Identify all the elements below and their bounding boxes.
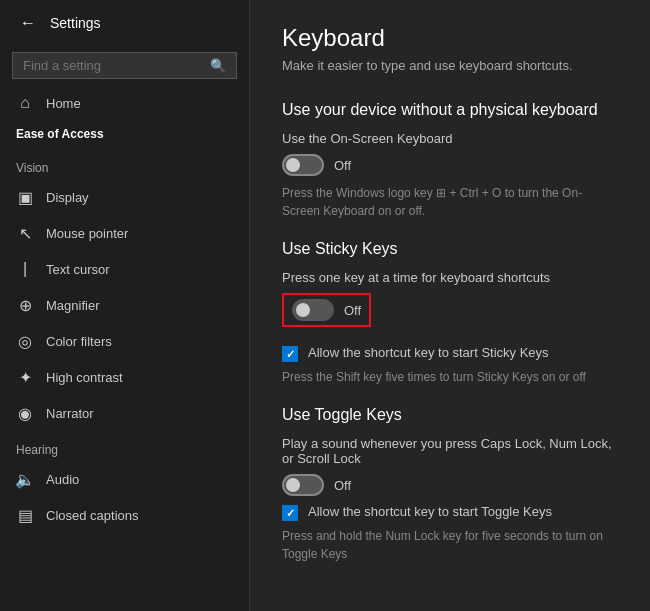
- narrator-label: Narrator: [46, 406, 94, 421]
- display-icon: ▣: [16, 188, 34, 206]
- sidebar-item-closed-captions[interactable]: ▤ Closed captions: [0, 497, 249, 533]
- sidebar-item-home[interactable]: ⌂ Home: [0, 85, 249, 121]
- mouse-pointer-label: Mouse pointer: [46, 226, 128, 241]
- home-icon: ⌂: [16, 94, 34, 112]
- toggle-keys-section: Use Toggle Keys Play a sound whenever yo…: [282, 406, 618, 563]
- on-screen-keyboard-toggle-label: Off: [334, 158, 351, 173]
- magnifier-label: Magnifier: [46, 298, 99, 313]
- high-contrast-label: High contrast: [46, 370, 123, 385]
- sidebar-item-audio[interactable]: 🔈 Audio: [0, 461, 249, 497]
- toggle-keys-checkbox-row: Allow the shortcut key to start Toggle K…: [282, 504, 618, 521]
- color-filters-label: Color filters: [46, 334, 112, 349]
- toggle-keys-toggle-row: Off: [282, 474, 618, 496]
- toggle-keys-checkbox-label: Allow the shortcut key to start Toggle K…: [308, 504, 552, 519]
- sidebar-item-color-filters[interactable]: ◎ Color filters: [0, 323, 249, 359]
- main-content: Keyboard Make it easier to type and use …: [250, 0, 650, 611]
- sticky-keys-hint: Press the Shift key five times to turn S…: [282, 368, 618, 386]
- page-subtitle: Make it easier to type and use keyboard …: [282, 58, 618, 73]
- toggle-keys-heading: Use Toggle Keys: [282, 406, 618, 424]
- sticky-knob: [296, 303, 310, 317]
- closed-captions-label: Closed captions: [46, 508, 139, 523]
- color-filters-icon: ◎: [16, 332, 34, 350]
- on-screen-keyboard-toggle-row: Off: [282, 154, 618, 176]
- sticky-keys-checkbox-label: Allow the shortcut key to start Sticky K…: [308, 345, 549, 360]
- text-cursor-icon: |: [16, 260, 34, 278]
- on-screen-keyboard-hint: Press the Windows logo key ⊞ + Ctrl + O …: [282, 184, 618, 220]
- sidebar: ← Settings 🔍 ⌂ Home Ease of Access Visio…: [0, 0, 250, 611]
- sticky-keys-checkbox-row: Allow the shortcut key to start Sticky K…: [282, 345, 618, 362]
- on-screen-keyboard-heading: Use your device without a physical keybo…: [282, 101, 618, 119]
- ease-of-access-label: Ease of Access: [0, 121, 249, 149]
- audio-label: Audio: [46, 472, 79, 487]
- toggle-keys-toggle-label: Off: [334, 478, 351, 493]
- magnifier-icon: ⊕: [16, 296, 34, 314]
- display-label: Display: [46, 190, 89, 205]
- on-screen-keyboard-label: Use the On-Screen Keyboard: [282, 131, 618, 146]
- narrator-icon: ◉: [16, 404, 34, 422]
- sidebar-item-high-contrast[interactable]: ✦ High contrast: [0, 359, 249, 395]
- sidebar-item-narrator[interactable]: ◉ Narrator: [0, 395, 249, 431]
- home-label: Home: [46, 96, 81, 111]
- sidebar-item-magnifier[interactable]: ⊕ Magnifier: [0, 287, 249, 323]
- sidebar-header: ← Settings: [0, 0, 249, 46]
- sidebar-item-text-cursor[interactable]: | Text cursor: [0, 251, 249, 287]
- vision-section-label: Vision: [0, 149, 249, 179]
- sidebar-item-display[interactable]: ▣ Display: [0, 179, 249, 215]
- sticky-keys-heading: Use Sticky Keys: [282, 240, 618, 258]
- sticky-keys-checkbox[interactable]: [282, 346, 298, 362]
- sticky-keys-label: Press one key at a time for keyboard sho…: [282, 270, 618, 285]
- mouse-pointer-icon: ↖: [16, 224, 34, 242]
- sticky-keys-setting: Press one key at a time for keyboard sho…: [282, 270, 618, 327]
- audio-icon: 🔈: [16, 470, 34, 488]
- sidebar-item-mouse-pointer[interactable]: ↖ Mouse pointer: [0, 215, 249, 251]
- page-title: Keyboard: [282, 24, 618, 52]
- on-screen-keyboard-section: Use your device without a physical keybo…: [282, 101, 618, 220]
- text-cursor-label: Text cursor: [46, 262, 110, 277]
- toggle-keys-toggle[interactable]: [282, 474, 324, 496]
- toggle-keys-setting: Play a sound whenever you press Caps Loc…: [282, 436, 618, 496]
- back-button[interactable]: ←: [16, 12, 40, 34]
- on-screen-keyboard-toggle[interactable]: [282, 154, 324, 176]
- toggle-keys-label: Play a sound whenever you press Caps Loc…: [282, 436, 618, 466]
- search-box[interactable]: 🔍: [12, 52, 237, 79]
- settings-title: Settings: [50, 15, 101, 31]
- toggle-keys-hint: Press and hold the Num Lock key for five…: [282, 527, 618, 563]
- toggle-knob: [286, 158, 300, 172]
- toggle-keys-knob: [286, 478, 300, 492]
- sticky-keys-toggle[interactable]: [292, 299, 334, 321]
- on-screen-keyboard-setting: Use the On-Screen Keyboard Off Press the…: [282, 131, 618, 220]
- closed-captions-icon: ▤: [16, 506, 34, 524]
- search-input[interactable]: [23, 58, 202, 73]
- sticky-keys-section: Use Sticky Keys Press one key at a time …: [282, 240, 618, 386]
- search-icon: 🔍: [210, 58, 226, 73]
- sticky-keys-toggle-highlighted[interactable]: Off: [282, 293, 371, 327]
- hearing-section-label: Hearing: [0, 431, 249, 461]
- toggle-keys-checkbox[interactable]: [282, 505, 298, 521]
- high-contrast-icon: ✦: [16, 368, 34, 386]
- sticky-keys-toggle-label: Off: [344, 303, 361, 318]
